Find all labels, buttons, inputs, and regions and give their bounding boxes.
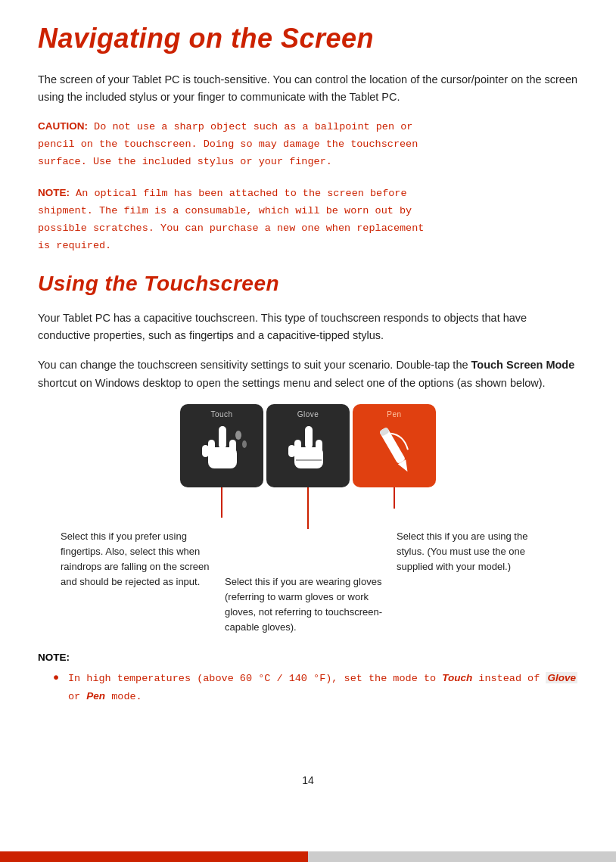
section2-para2-suffix: shortcut on Windows desktop to open the …	[38, 377, 546, 389]
icons-row: Touch	[38, 404, 578, 487]
svg-point-5	[235, 431, 241, 440]
bullet1-touch: Touch	[442, 672, 472, 683]
descriptions-row: Select this if you prefer using fingerti…	[38, 529, 578, 636]
section2-para2-prefix: You can change the touchscreen sensitivi…	[38, 359, 471, 371]
touch-icon-svg	[191, 419, 252, 482]
note2-label: NOTE:	[38, 652, 70, 663]
bullet-list: In high temperatures (above 60 °C / 140 …	[38, 670, 578, 706]
svg-point-6	[242, 440, 247, 448]
bullet1-suffix: mode.	[105, 691, 142, 702]
svg-rect-0	[219, 426, 226, 449]
caution-block: CAUTION: Do not use a sharp object such …	[38, 118, 578, 171]
touch-description: Select this if you prefer using fingerti…	[61, 529, 219, 636]
icons-section: Touch	[38, 404, 578, 636]
glove-label: Glove	[297, 410, 319, 419]
pen-icon-box: Pen	[353, 404, 436, 487]
intro-paragraph: The screen of your Tablet PC is touch-se…	[38, 71, 578, 106]
pen-description: Select this if you are using the stylus.…	[397, 529, 555, 636]
footer-bar-red	[0, 851, 308, 862]
page-content: Navigating on the Screen The screen of y…	[0, 0, 616, 752]
pen-pointer-col	[353, 487, 436, 529]
glove-pointer-line	[307, 487, 309, 529]
bullet-item-1: In high temperatures (above 60 °C / 140 …	[53, 670, 578, 706]
svg-rect-10	[316, 440, 322, 453]
svg-rect-9	[294, 440, 301, 453]
note2-block: NOTE:	[38, 650, 578, 664]
note-text: An optical film has been attached to the…	[38, 188, 424, 251]
svg-rect-2	[208, 440, 215, 453]
svg-rect-4	[202, 445, 209, 457]
pen-icon-svg	[364, 419, 425, 482]
caution-text: Do not use a sharp object such as a ball…	[38, 121, 418, 167]
touch-label: Touch	[210, 410, 232, 419]
touch-pointer-line	[221, 487, 222, 518]
bullet1-or: or	[68, 691, 86, 702]
bullet1-prefix: In high temperatures (above 60 °C / 140 …	[68, 673, 442, 684]
bullet1-glove: Glove	[546, 672, 577, 683]
touch-screen-mode-label: Touch Screen Mode	[471, 359, 575, 371]
svg-rect-11	[288, 445, 295, 457]
pen-pointer-line	[394, 487, 395, 509]
note-block: NOTE: An optical film has been attached …	[38, 185, 578, 255]
pointers-row	[38, 487, 578, 529]
section2-para2: You can change the touchscreen sensitivi…	[38, 356, 578, 391]
bullet1-pen: Pen	[86, 690, 105, 702]
page-title: Navigating on the Screen	[38, 23, 578, 54]
touch-icon-box: Touch	[180, 404, 263, 487]
caution-label: CAUTION:	[38, 120, 88, 132]
section2-title: Using the Touchscreen	[38, 272, 578, 296]
bullet1-middle: instead of	[472, 673, 546, 684]
glove-icon-svg	[278, 419, 338, 482]
page-number: 14	[0, 774, 616, 786]
pen-label: Pen	[387, 410, 401, 419]
glove-description: Select this if you are wearing gloves (r…	[225, 574, 391, 636]
note-label: NOTE:	[38, 187, 70, 198]
svg-rect-3	[229, 440, 236, 453]
footer-bar-gray	[308, 851, 616, 862]
glove-pointer-col	[266, 487, 350, 529]
touch-pointer-col	[180, 487, 263, 529]
svg-rect-7	[305, 426, 313, 449]
section2-para1: Your Tablet PC has a capacitive touchscr…	[38, 310, 578, 344]
glove-icon-box: Glove	[266, 404, 350, 487]
